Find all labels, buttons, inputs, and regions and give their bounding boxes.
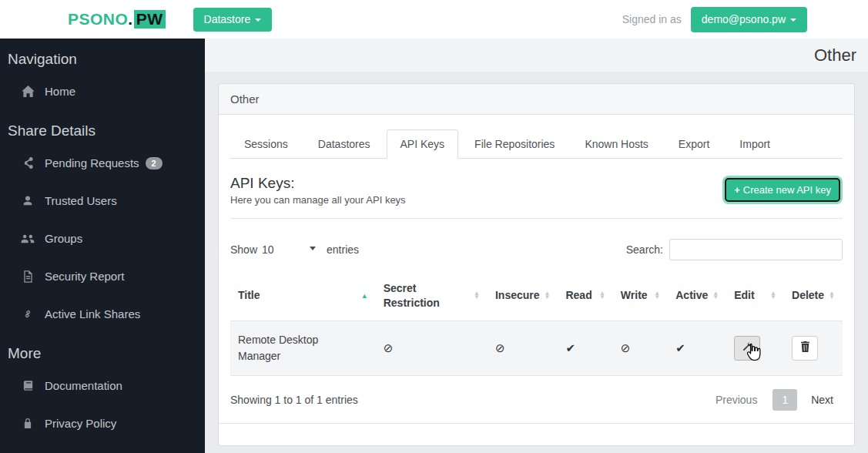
sort-icon: ▲▼ — [545, 292, 551, 300]
tab-datastores[interactable]: Datastores — [304, 129, 384, 159]
column-header-active[interactable]: Active▲▼ — [668, 271, 726, 320]
pagination: Previous 1 Next — [705, 389, 843, 411]
content-area: Other Sessions Datastores API Keys File … — [205, 72, 868, 453]
sidebar-item-trusted-users[interactable]: Trusted Users — [0, 182, 205, 220]
show-label: Show — [230, 243, 257, 256]
table-controls: Show 10 entries Search: — [230, 239, 843, 260]
check-icon: ✔ — [565, 341, 575, 354]
file-text-icon — [21, 270, 35, 283]
search-input[interactable] — [669, 239, 843, 260]
tab-bar: Sessions Datastores API Keys File Reposi… — [230, 129, 843, 159]
user-account-dropdown-button[interactable]: demo@psono.pw — [691, 7, 807, 32]
table-info: Showing 1 to 1 of 1 entries — [230, 394, 358, 406]
table-row: Remote Desktop Manager ⊘ ⊘ ✔ ⊘ ✔ — [230, 320, 843, 375]
delete-api-key-button[interactable] — [792, 336, 818, 361]
api-keys-heading: API Keys: — [230, 175, 406, 192]
entries-label: entries — [327, 243, 359, 256]
panel-footer — [219, 423, 854, 445]
other-panel: Other Sessions Datastores API Keys File … — [218, 83, 855, 446]
link-icon — [21, 308, 35, 320]
sidebar-item-security-report[interactable]: Security Report — [0, 257, 205, 295]
sidebar-item-label: Security Report — [45, 270, 124, 283]
sort-asc-icon: ▲ — [361, 292, 368, 300]
api-keys-subheading: Here you can manage all your API keys — [230, 194, 406, 206]
wrench-icon — [742, 341, 752, 354]
column-header-title[interactable]: Title▲ — [230, 271, 376, 320]
api-keys-table: Title▲ Secret Restriction▲▼ Insecure▲▼ R… — [230, 271, 843, 376]
sidebar-item-home[interactable]: Home — [0, 72, 205, 110]
logo-text-secondary: PW — [134, 10, 166, 29]
logo-text-primary: PSONO — [68, 10, 128, 29]
sidebar-item-label: Home — [45, 85, 75, 98]
column-header-delete[interactable]: Delete▲▼ — [784, 271, 843, 320]
user-email-label: demo@psono.pw — [702, 13, 786, 25]
caret-down-icon — [255, 18, 261, 22]
sidebar: Navigation Home Share Details Pending Re… — [0, 39, 205, 453]
tab-known-hosts[interactable]: Known Hosts — [571, 129, 662, 159]
share-icon — [21, 157, 35, 169]
sidebar-item-label: Trusted Users — [45, 194, 117, 207]
sort-icon: ▲▼ — [599, 292, 605, 300]
topbar: PSONO.PW Datastore Signed in as demo@pso… — [0, 0, 868, 39]
sidebar-item-groups[interactable]: Groups — [0, 220, 205, 257]
ban-icon: ⊘ — [495, 341, 505, 354]
panel-title: Other — [219, 84, 854, 115]
column-header-insecure[interactable]: Insecure▲▼ — [488, 271, 558, 320]
psono-logo[interactable]: PSONO.PW — [68, 10, 166, 29]
plus-icon: + — [734, 184, 740, 196]
sort-icon: ▲▼ — [770, 292, 776, 300]
sort-icon: ▲▼ — [654, 292, 660, 300]
tab-api-keys[interactable]: API Keys — [387, 129, 459, 159]
sidebar-item-label: Privacy Policy — [45, 417, 116, 430]
lock-icon — [21, 418, 35, 430]
page-title: Other — [814, 45, 856, 65]
tab-import[interactable]: Import — [726, 129, 784, 159]
column-header-edit[interactable]: Edit▲▼ — [726, 271, 784, 320]
trash-icon — [800, 341, 810, 354]
sidebar-item-pending-requests[interactable]: Pending Requests 2 — [0, 144, 205, 182]
pagination-next[interactable]: Next — [802, 389, 843, 411]
edit-api-key-button[interactable] — [734, 336, 760, 361]
home-icon — [21, 86, 35, 98]
book-icon — [21, 380, 35, 392]
check-icon: ✔ — [675, 341, 685, 354]
tab-export[interactable]: Export — [665, 129, 723, 159]
table-footer: Showing 1 to 1 of 1 entries Previous 1 N… — [230, 389, 843, 411]
column-header-secret-restriction[interactable]: Secret Restriction▲▼ — [376, 271, 488, 320]
signed-in-as-label: Signed in as — [622, 13, 682, 25]
api-keys-header: API Keys: Here you can manage all your A… — [230, 175, 843, 206]
sidebar-item-label: Pending Requests — [45, 156, 139, 169]
column-header-read[interactable]: Read▲▼ — [558, 271, 612, 320]
sidebar-item-documentation[interactable]: Documentation — [0, 367, 205, 404]
users-group-icon — [21, 233, 35, 245]
sort-icon: ▲▼ — [829, 292, 835, 300]
page-header: Other — [205, 39, 868, 72]
sidebar-section-more: More — [0, 333, 205, 367]
page-size-select[interactable]: 10 — [262, 243, 322, 256]
ban-icon: ⊘ — [384, 341, 394, 354]
datastore-dropdown-label: Datastore — [204, 13, 251, 25]
tab-file-repositories[interactable]: File Repositories — [461, 129, 568, 159]
sidebar-item-active-link-shares[interactable]: Active Link Shares — [0, 295, 205, 333]
main-content: Other Other Sessions Datastores API Keys… — [205, 39, 868, 453]
sidebar-item-privacy-policy[interactable]: Privacy Policy — [0, 404, 205, 442]
sidebar-section-share-details: Share Details — [0, 110, 205, 144]
pending-requests-count-badge: 2 — [146, 157, 163, 169]
sidebar-section-navigation: Navigation — [0, 39, 205, 72]
sidebar-item-label: Active Link Shares — [45, 307, 140, 320]
datastore-dropdown-button[interactable]: Datastore — [193, 8, 273, 32]
create-new-api-key-button[interactable]: +Create new API key — [725, 178, 840, 202]
pagination-page-1[interactable]: 1 — [772, 389, 797, 411]
create-new-api-key-label: Create new API key — [743, 184, 831, 196]
pagination-previous[interactable]: Previous — [705, 389, 768, 411]
sort-icon: ▲▼ — [474, 292, 480, 300]
section-divider — [230, 218, 843, 219]
ban-icon: ⊘ — [621, 341, 631, 354]
search-label: Search: — [626, 243, 663, 256]
tab-sessions[interactable]: Sessions — [230, 129, 302, 159]
api-key-title: Remote Desktop Manager — [238, 332, 334, 364]
sort-icon: ▲▼ — [712, 292, 719, 300]
table-header-row: Title▲ Secret Restriction▲▼ Insecure▲▼ R… — [230, 271, 843, 320]
caret-down-icon — [790, 18, 796, 22]
column-header-write[interactable]: Write▲▼ — [613, 271, 668, 320]
